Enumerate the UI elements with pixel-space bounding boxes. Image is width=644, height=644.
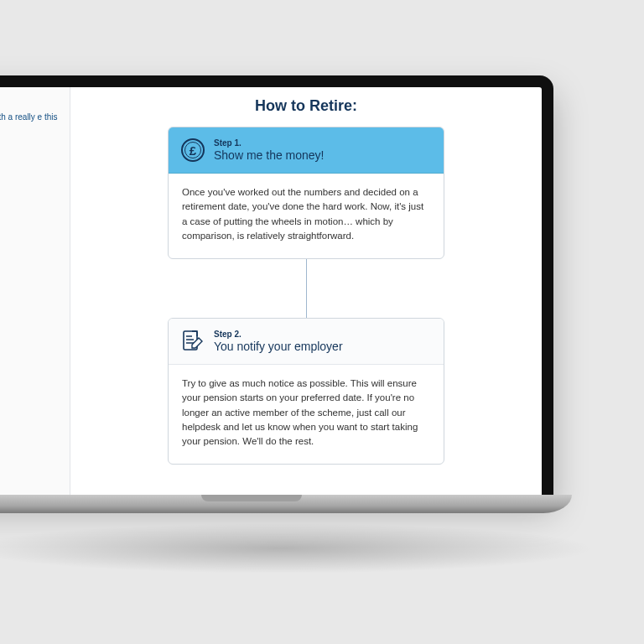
laptop-screen: ★ page with a really e this page How to … xyxy=(0,87,542,495)
step-body: Try to give as much notice as possible. … xyxy=(169,365,444,464)
laptop-notch xyxy=(201,495,302,501)
document-edit-icon xyxy=(180,329,205,354)
step-card-2: Step 2. You notify your employer Try to … xyxy=(168,318,444,465)
sidebar-item-0[interactable]: page with a really e this xyxy=(0,109,63,125)
step-title: Show me the money! xyxy=(214,148,325,162)
step-title: You notify your employer xyxy=(214,340,343,353)
step-header-text: Step 2. You notify your employer xyxy=(214,330,343,353)
sidebar-item-label: page with a really e this xyxy=(0,112,58,122)
step-header-text: Step 1. Show me the money! xyxy=(214,138,325,162)
sidebar: ★ page with a really e this page xyxy=(0,87,70,495)
step-card-1: £ Step 1. Show me the money! Once you've… xyxy=(168,127,444,259)
page-title: How to Retire: xyxy=(104,97,508,115)
pound-icon: £ xyxy=(180,138,205,163)
pound-glyph: £ xyxy=(190,143,196,158)
step-connector xyxy=(306,259,307,318)
laptop-mockup: ★ page with a really e this page How to … xyxy=(0,75,553,520)
step-label: Step 2. xyxy=(214,330,343,339)
laptop-base xyxy=(0,495,572,513)
laptop-shadow xyxy=(0,523,595,574)
step-label: Step 1. xyxy=(214,138,325,148)
step-body: Once you've worked out the numbers and d… xyxy=(169,174,444,258)
star-icon: ★ xyxy=(0,96,63,107)
main-content: How to Retire: £ Step 1. Show me the mon… xyxy=(70,87,542,495)
laptop-screen-bezel: ★ page with a really e this page How to … xyxy=(0,75,553,495)
sidebar-item-1[interactable]: page xyxy=(0,132,63,148)
step-card-header[interactable]: £ Step 1. Show me the money! xyxy=(169,127,444,174)
step-card-header[interactable]: Step 2. You notify your employer xyxy=(169,319,444,365)
